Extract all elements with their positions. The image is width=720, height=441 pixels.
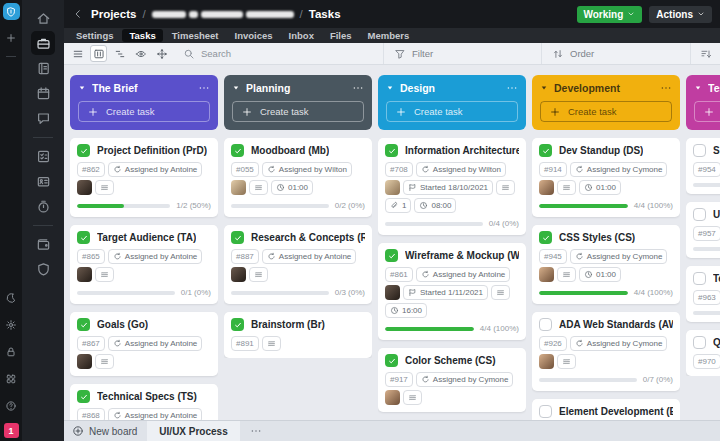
nav-wallet-icon[interactable] xyxy=(31,232,55,256)
column-menu-dots-icon[interactable] xyxy=(660,82,672,94)
app-logo-shield-icon[interactable] xyxy=(3,3,20,20)
assigned-pill[interactable]: Assigned by Antoine xyxy=(416,267,511,282)
notes-pill[interactable] xyxy=(496,180,515,195)
task-card[interactable]: Target Audience (TA)#865Assigned by Anto… xyxy=(70,225,218,304)
task-checkbox[interactable] xyxy=(385,354,398,367)
lock-icon[interactable] xyxy=(2,343,20,361)
notes-pill[interactable] xyxy=(557,267,576,282)
avatar[interactable] xyxy=(231,180,246,195)
task-card[interactable]: Project Definition (PrD)#862Assigned by … xyxy=(70,138,218,217)
task-card[interactable]: Qualit#970Assigned by xyxy=(686,330,720,376)
nav-notebook-icon[interactable] xyxy=(31,56,55,80)
assigned-pill[interactable]: Assigned by Antoine xyxy=(108,249,203,264)
assigned-pill[interactable]: Assigned by Antoine xyxy=(262,249,357,264)
column-menu-dots-icon[interactable] xyxy=(198,82,210,94)
apps-grid-icon[interactable] xyxy=(2,370,20,388)
notes-pill[interactable] xyxy=(95,180,114,195)
help-icon[interactable] xyxy=(2,397,20,415)
assigned-pill[interactable]: Assigned by Wilton xyxy=(262,162,352,177)
column-menu-dots-icon[interactable] xyxy=(352,82,364,94)
avatar[interactable] xyxy=(385,180,400,195)
avatar[interactable] xyxy=(77,180,92,195)
notification-badge[interactable]: 1 xyxy=(4,423,19,438)
task-card[interactable]: User E#957Assigned by xyxy=(686,202,720,258)
avatar[interactable] xyxy=(231,267,246,282)
avatar[interactable] xyxy=(539,267,554,282)
assigned-pill[interactable]: Assigned by Cymone xyxy=(570,249,668,264)
attach-pill[interactable]: 1 xyxy=(385,198,411,213)
task-card[interactable]: Wireframe & Mockup (WM)#861Assigned by A… xyxy=(378,243,526,340)
tab-files[interactable]: Files xyxy=(323,29,359,42)
nav-home-icon[interactable] xyxy=(31,6,55,30)
task-checkbox[interactable] xyxy=(539,405,552,418)
task-card[interactable]: ADA Web Standards (AWS)#926Assigned by C… xyxy=(532,312,680,391)
tab-inbox[interactable]: Inbox xyxy=(282,29,321,42)
create-task-button[interactable]: Create task xyxy=(540,101,672,122)
task-card[interactable]: Element Development (ED)#934Assigned by … xyxy=(532,399,680,420)
notes-pill[interactable] xyxy=(95,267,114,282)
tab-invoices[interactable]: Invoices xyxy=(228,29,280,42)
task-checkbox[interactable] xyxy=(77,390,90,403)
task-checkbox[interactable] xyxy=(231,144,244,157)
avatar[interactable] xyxy=(539,354,554,369)
assigned-pill[interactable]: Assigned by Cymone xyxy=(416,372,514,387)
tab-settings[interactable]: Settings xyxy=(69,29,120,42)
search-input[interactable]: Search xyxy=(175,43,383,64)
nav-timer-icon[interactable] xyxy=(31,194,55,218)
order-control[interactable]: Order xyxy=(541,43,690,64)
create-task-button[interactable]: Create task xyxy=(694,101,720,122)
actions-button[interactable]: Actions xyxy=(649,6,712,23)
nav-chat-icon[interactable] xyxy=(31,106,55,130)
nav-shield-icon[interactable] xyxy=(31,257,55,281)
assigned-pill[interactable]: Assigned by Cymone xyxy=(570,336,668,351)
task-checkbox[interactable] xyxy=(539,231,552,244)
assigned-pill[interactable]: Assigned by Antoine xyxy=(108,336,203,351)
task-card[interactable]: Research & Concepts (RC)#887Assigned by … xyxy=(224,225,372,304)
task-card[interactable]: Moodboard (Mb)#055Assigned by Wilton01:0… xyxy=(224,138,372,217)
avatar[interactable] xyxy=(385,390,400,405)
task-card[interactable]: Site P#954Assigned by xyxy=(686,138,720,194)
notes-pill[interactable] xyxy=(557,180,576,195)
task-card[interactable]: Color Scheme (CS)#917Assigned by Cymone xyxy=(378,348,526,412)
task-checkbox[interactable] xyxy=(385,249,398,262)
task-checkbox[interactable] xyxy=(693,208,706,221)
avatar[interactable] xyxy=(77,267,92,282)
time-pill[interactable]: 16:00 xyxy=(385,303,427,318)
time-pill[interactable]: 08:00 xyxy=(414,198,456,213)
notes-pill[interactable] xyxy=(403,390,422,405)
notes-pill[interactable] xyxy=(557,354,576,369)
add-workspace-icon[interactable] xyxy=(2,29,20,47)
task-checkbox[interactable] xyxy=(693,272,706,285)
new-board-button[interactable]: New board xyxy=(72,425,137,437)
create-task-button[interactable]: Create task xyxy=(386,101,518,122)
move-icon[interactable] xyxy=(153,45,170,62)
breadcrumb-projects[interactable]: Projects xyxy=(91,8,136,20)
back-chevron-icon[interactable] xyxy=(72,8,84,20)
assigned-pill[interactable]: Assigned by Cymone xyxy=(570,162,668,177)
started-pill[interactable]: Started 1/11/2021 xyxy=(403,285,488,300)
assigned-pill[interactable]: Assigned by Antoine xyxy=(108,162,203,177)
timeline-view-icon[interactable] xyxy=(111,45,128,62)
avatar[interactable] xyxy=(385,285,400,300)
task-checkbox[interactable] xyxy=(539,144,552,157)
nav-id-card-icon[interactable] xyxy=(31,169,55,193)
nav-projects-briefcase-icon[interactable] xyxy=(31,31,55,55)
board-tab-menu[interactable] xyxy=(250,425,262,437)
working-status-button[interactable]: Working xyxy=(577,6,643,23)
time-pill[interactable]: 01:00 xyxy=(271,180,313,195)
column-menu-dots-icon[interactable] xyxy=(506,82,518,94)
create-task-button[interactable]: Create task xyxy=(232,101,364,122)
task-checkbox[interactable] xyxy=(77,318,90,331)
list-view-icon[interactable] xyxy=(69,45,86,62)
avatar[interactable] xyxy=(539,180,554,195)
task-checkbox[interactable] xyxy=(539,318,552,331)
notes-pill[interactable] xyxy=(95,354,114,369)
task-checkbox[interactable] xyxy=(693,336,706,349)
started-pill[interactable]: Started 18/10/2021 xyxy=(403,180,493,195)
task-checkbox[interactable] xyxy=(231,231,244,244)
dark-mode-moon-icon[interactable] xyxy=(2,289,20,307)
nav-calendar-icon[interactable] xyxy=(31,81,55,105)
task-card[interactable]: Dev Standup (DS)#914Assigned by Cymone01… xyxy=(532,138,680,217)
create-task-button[interactable]: Create task xyxy=(78,101,210,122)
time-pill[interactable]: 01:00 xyxy=(579,267,621,282)
